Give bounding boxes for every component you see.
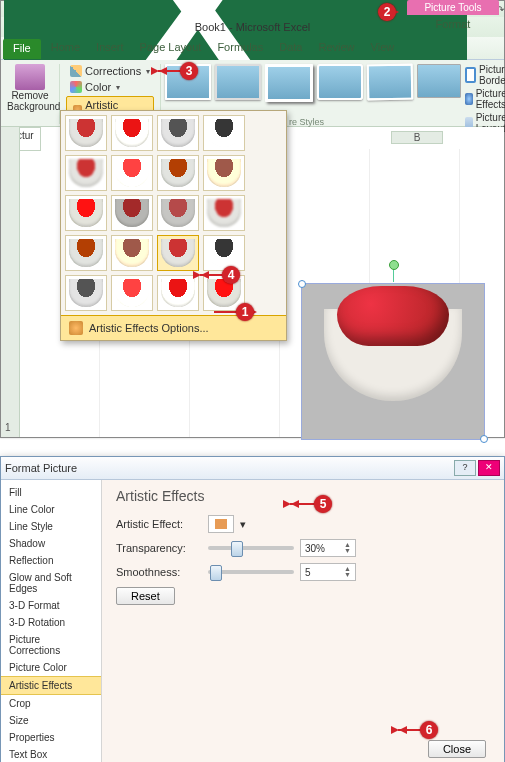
dialog-main-panel: Artistic Effects Artistic Effect: ▾ Tran…: [102, 480, 504, 762]
cat-crop[interactable]: Crop: [1, 695, 101, 712]
style-thumb[interactable]: [417, 64, 461, 98]
tab-view[interactable]: View: [363, 37, 403, 59]
effect-thumb[interactable]: [111, 195, 153, 231]
cat-reflection[interactable]: Reflection: [1, 552, 101, 569]
spinner-icon[interactable]: ▲▼: [344, 566, 351, 578]
cat-shadow[interactable]: Shadow: [1, 535, 101, 552]
tab-file[interactable]: File: [3, 39, 41, 59]
window-title: Book1 - Microsoft Excel: [195, 21, 311, 33]
tab-formulas[interactable]: Formulas: [209, 37, 271, 59]
remove-background-button[interactable]: Remove Background: [7, 90, 53, 112]
effect-thumb[interactable]: [157, 115, 199, 151]
effect-thumb[interactable]: [111, 115, 153, 151]
column-header-b[interactable]: B: [391, 131, 443, 144]
artistic-effects-dropdown: Artistic Effects Options...: [60, 110, 287, 341]
dialog-title: Format Picture: [5, 462, 77, 474]
dialog-category-list: Fill Line Color Line Style Shadow Reflec…: [1, 480, 102, 762]
transparency-label: Transparency:: [116, 542, 202, 554]
cat-fill[interactable]: Fill: [1, 484, 101, 501]
smoothness-slider[interactable]: [208, 570, 294, 574]
effect-thumb[interactable]: [157, 195, 199, 231]
chevron-down-icon: ▾: [146, 67, 150, 76]
corrections-button[interactable]: Corrections▾: [66, 64, 154, 78]
callout-1: 1: [236, 303, 254, 321]
effect-thumb[interactable]: [111, 275, 153, 311]
spinner-icon[interactable]: ▲▼: [344, 542, 351, 554]
slider-thumb[interactable]: [210, 565, 222, 581]
callout-4: 4: [222, 266, 240, 284]
cat-line-color[interactable]: Line Color: [1, 501, 101, 518]
effect-thumb[interactable]: [203, 195, 245, 231]
effect-thumb[interactable]: [65, 195, 107, 231]
selected-picture[interactable]: [301, 283, 485, 440]
effect-swatch: [215, 519, 227, 529]
cat-properties[interactable]: Properties: [1, 729, 101, 746]
tab-data[interactable]: Data: [271, 37, 310, 59]
effects-icon: [465, 93, 472, 105]
contextual-tab-label: Picture Tools: [407, 0, 499, 15]
tab-page-layout[interactable]: Page Layout: [132, 37, 210, 59]
close-icon[interactable]: ✕: [478, 460, 500, 476]
help-button[interactable]: ?: [454, 460, 476, 476]
group-label-styles: re Styles: [289, 117, 324, 127]
tab-insert[interactable]: Insert: [88, 37, 132, 59]
effect-thumb[interactable]: [111, 235, 153, 271]
effect-thumb[interactable]: [111, 155, 153, 191]
tab-format[interactable]: Format: [407, 15, 499, 30]
effect-thumb[interactable]: [65, 275, 107, 311]
chevron-down-icon: ▾: [116, 83, 120, 92]
effect-label: Artistic Effect:: [116, 518, 202, 530]
cat-artistic-effects[interactable]: Artistic Effects: [1, 676, 101, 695]
cat-3d-format[interactable]: 3-D Format: [1, 597, 101, 614]
effect-thumb[interactable]: [157, 275, 199, 311]
effect-thumb-selected[interactable]: [157, 235, 199, 271]
picture-effects-button[interactable]: Picture Effects▾: [465, 88, 505, 110]
cat-line-style[interactable]: Line Style: [1, 518, 101, 535]
corrections-icon: [70, 65, 82, 77]
effect-selector[interactable]: [208, 515, 234, 533]
callout-5: 5: [314, 495, 332, 513]
color-icon: [70, 81, 82, 93]
style-thumb[interactable]: [215, 64, 261, 100]
style-thumb[interactable]: [367, 64, 414, 101]
row-headers[interactable]: 1: [1, 127, 20, 437]
cat-pic-color[interactable]: Picture Color: [1, 659, 101, 676]
effect-thumb[interactable]: [65, 155, 107, 191]
effect-thumb[interactable]: [65, 235, 107, 271]
effect-thumb[interactable]: [65, 115, 107, 151]
reset-button[interactable]: Reset: [116, 587, 175, 605]
callout-3: 3: [180, 62, 198, 80]
effect-thumb[interactable]: [203, 115, 245, 151]
cat-text-box[interactable]: Text Box: [1, 746, 101, 762]
cat-pic-corrections[interactable]: Picture Corrections: [1, 631, 101, 659]
transparency-input[interactable]: 30%▲▼: [300, 539, 356, 557]
rotate-handle[interactable]: [393, 268, 394, 282]
cat-glow[interactable]: Glow and Soft Edges: [1, 569, 101, 597]
artistic-effects-options[interactable]: Artistic Effects Options...: [61, 315, 286, 340]
effect-thumb[interactable]: [203, 155, 245, 191]
callout-6: 6: [420, 721, 438, 739]
panel-heading: Artistic Effects: [116, 488, 490, 504]
effects-grid: [61, 111, 286, 315]
smoothness-input[interactable]: 5▲▼: [300, 563, 356, 581]
tab-home[interactable]: Home: [43, 37, 88, 59]
close-button[interactable]: Close: [428, 740, 486, 758]
picture-content: [337, 286, 449, 346]
remove-background-icon[interactable]: [15, 64, 45, 90]
options-icon: [69, 321, 83, 335]
picture-border-button[interactable]: Picture Border▾: [465, 64, 505, 86]
tab-review[interactable]: Review: [310, 37, 362, 59]
style-thumb[interactable]: [317, 64, 363, 100]
transparency-slider[interactable]: [208, 546, 294, 550]
effect-thumb[interactable]: [203, 235, 245, 271]
format-picture-dialog: Format Picture ? ✕ Fill Line Color Line …: [0, 456, 505, 762]
chevron-down-icon[interactable]: ▾: [240, 518, 246, 531]
callout-2: 2: [378, 3, 396, 21]
effect-thumb[interactable]: [157, 155, 199, 191]
cat-3d-rotation[interactable]: 3-D Rotation: [1, 614, 101, 631]
style-thumb[interactable]: [265, 64, 313, 102]
color-button[interactable]: Color▾: [66, 80, 124, 94]
cat-size[interactable]: Size: [1, 712, 101, 729]
border-icon: [465, 67, 476, 83]
slider-thumb[interactable]: [231, 541, 243, 557]
